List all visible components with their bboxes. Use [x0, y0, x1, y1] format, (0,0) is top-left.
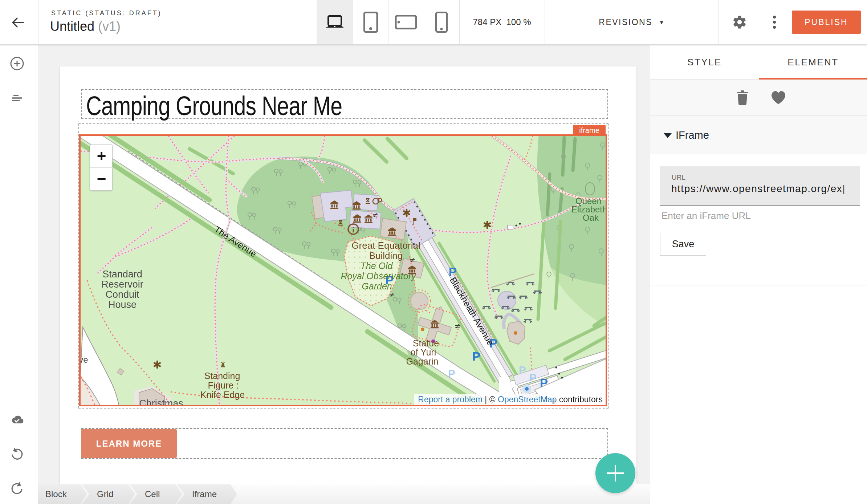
svg-text:Knife Edge: Knife Edge: [200, 390, 245, 400]
svg-text:P: P: [540, 376, 548, 390]
svg-text:Gagarin: Gagarin: [406, 356, 439, 366]
svg-text:Figure :: Figure :: [208, 380, 239, 390]
svg-text:P: P: [529, 371, 537, 383]
svg-text:Great Equatorial: Great Equatorial: [351, 240, 420, 251]
svg-text:ve: ve: [81, 355, 88, 365]
svg-text:P: P: [448, 367, 455, 379]
svg-text:Garden: Garden: [362, 281, 392, 291]
svg-text:P: P: [519, 364, 526, 376]
svg-text:Royal Observatory: Royal Observatory: [341, 271, 416, 281]
svg-text:The Old: The Old: [361, 261, 393, 271]
svg-text:Statue: Statue: [413, 338, 439, 348]
svg-text:House: House: [108, 299, 137, 310]
svg-text:Standard: Standard: [102, 269, 142, 280]
svg-text:Reservoir: Reservoir: [101, 279, 143, 290]
svg-text:Christmas: Christmas: [139, 398, 183, 405]
svg-text:Standing: Standing: [204, 371, 240, 381]
svg-text:Conduit: Conduit: [105, 289, 139, 300]
svg-text:Oak: Oak: [583, 213, 599, 223]
svg-text:i: i: [352, 225, 354, 234]
svg-text:P: P: [472, 349, 481, 363]
svg-text:Building: Building: [369, 250, 403, 261]
svg-text:of Yuri: of Yuri: [411, 347, 436, 357]
